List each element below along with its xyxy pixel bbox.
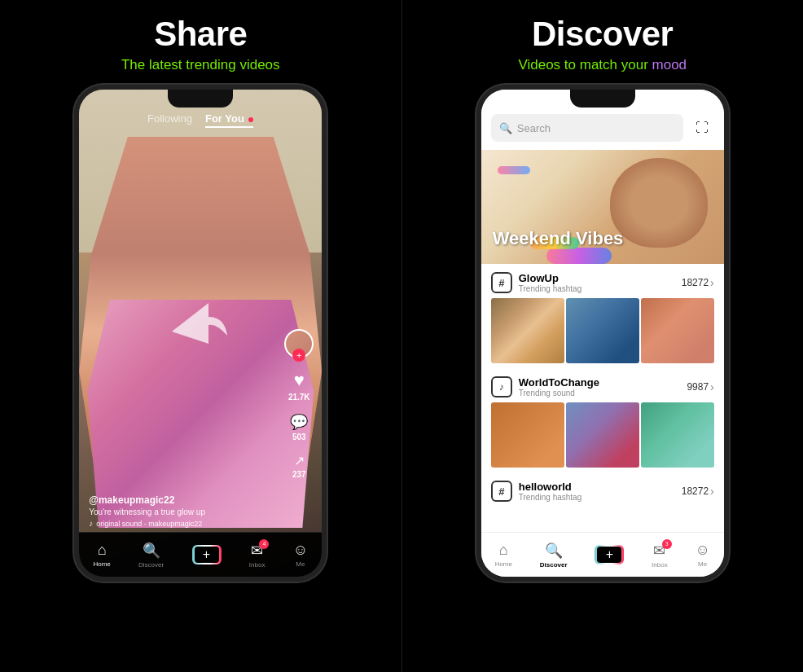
dnav-home-label: Home	[495, 560, 512, 568]
like-action[interactable]: ♥ 21.7K	[288, 370, 310, 402]
comment-icon: 💬	[290, 413, 308, 431]
right-panel: Discover Videos to match your mood 🔍 Sea…	[402, 0, 804, 672]
thumb-makeup[interactable]	[491, 298, 564, 363]
banner-swirl-3	[498, 166, 530, 174]
dnav-home[interactable]: ⌂ Home	[495, 542, 512, 568]
trending-count-2[interactable]: 9987	[687, 380, 713, 393]
dnav-home-icon: ⌂	[499, 542, 508, 559]
thumb-person1[interactable]	[566, 298, 639, 363]
left-subtitle-text: The latest trending	[121, 57, 240, 72]
dnav-discover[interactable]: 🔍 Discover	[540, 542, 568, 569]
banner-pancake	[610, 158, 708, 248]
trending-header-3: # helloworld Trending hashtag 18272	[491, 481, 714, 502]
trending-left-3: # helloworld Trending hashtag	[491, 481, 581, 502]
discover-nav: ⌂ Home 🔍 Discover + ✉ 3 Inbox	[481, 532, 724, 577]
video-topbar: Following For You	[79, 112, 322, 128]
right-subtitle-text: Videos to match your	[518, 57, 652, 72]
nav-inbox[interactable]: ✉ 4 Inbox	[249, 542, 265, 569]
search-placeholder: Search	[517, 122, 551, 134]
thumbnail-grid-1	[491, 298, 714, 363]
hashtag-icon-3: #	[491, 481, 512, 502]
banner-swirl-1	[546, 248, 612, 264]
discover-screen: 🔍 Search ⛶ Weekend Vibes #	[481, 90, 724, 577]
nav-add[interactable]: +	[192, 545, 222, 564]
trending-section-3: # helloworld Trending hashtag 18272	[481, 472, 724, 512]
video-info: @makeupmagic22 You're witnessing a true …	[89, 494, 273, 528]
dnav-discover-icon: 🔍	[545, 542, 563, 560]
following-tab[interactable]: Following	[147, 112, 192, 128]
right-subtitle: Videos to match your mood	[518, 57, 687, 73]
home-label: Home	[93, 560, 110, 568]
right-title: Discover	[532, 15, 673, 54]
comment-action[interactable]: 💬 503	[290, 413, 308, 441]
share-action[interactable]: ↗ 237	[292, 453, 306, 479]
left-subtitle: The latest trending videos	[121, 57, 280, 73]
fullscreen-button[interactable]: ⛶	[690, 116, 714, 140]
thumb-sport[interactable]	[491, 402, 564, 468]
search-icon: 🔍	[499, 122, 512, 134]
creator-avatar[interactable]	[284, 329, 314, 358]
video-sound: ♪ original sound - makeupmagic22	[89, 519, 273, 528]
dnav-add-button[interactable]: +	[595, 545, 624, 564]
add-button[interactable]: +	[192, 545, 222, 564]
left-title: Share	[154, 15, 247, 54]
trending-info-2: WorldToChange Trending sound	[519, 376, 599, 397]
thumb-person2[interactable]	[641, 298, 714, 363]
thumb-dance[interactable]	[566, 402, 639, 468]
banner-title: Weekend Vibes	[493, 228, 624, 249]
phone-notch-right	[570, 90, 635, 108]
like-count: 21.7K	[288, 393, 310, 402]
left-subtitle-highlight: videos	[239, 57, 279, 72]
dnav-add[interactable]: +	[595, 545, 624, 564]
dnav-inbox-badge: 3	[662, 539, 672, 549]
trending-count-3[interactable]: 18272	[682, 485, 714, 498]
hashtag-icon-1: #	[491, 272, 512, 293]
nav-home[interactable]: ⌂ Home	[93, 542, 110, 568]
music-icon-2: ♪	[491, 376, 512, 397]
dnav-profile-icon: ☺	[695, 542, 709, 559]
trending-name-1: GlowUp	[519, 272, 581, 284]
video-description: You're witnessing a true glow up	[89, 507, 273, 516]
trending-section-2: ♪ WorldToChange Trending sound 9987	[481, 368, 724, 472]
trending-count-1[interactable]: 18272	[682, 276, 714, 289]
inbox-badge: 4	[259, 539, 269, 549]
trending-info-1: GlowUp Trending hashtag	[519, 272, 581, 293]
inbox-label: Inbox	[249, 561, 265, 569]
for-you-tab[interactable]: For You	[205, 112, 254, 128]
thumbnail-grid-2	[491, 402, 714, 468]
trending-header-2: ♪ WorldToChange Trending sound 9987	[491, 376, 714, 397]
nav-discover[interactable]: 🔍 Discover	[138, 542, 164, 569]
discover-icon: 🔍	[143, 542, 160, 560]
comment-count: 503	[292, 433, 306, 441]
music-note-icon: ♪	[89, 519, 93, 528]
share-icon: ↗	[294, 453, 305, 468]
trending-header-1: # GlowUp Trending hashtag 18272	[491, 272, 714, 293]
trending-left-2: ♪ WorldToChange Trending sound	[491, 376, 599, 397]
home-icon: ⌂	[98, 542, 107, 559]
video-background: Following For You ♥ 21.7K	[79, 90, 322, 577]
me-label: Me	[296, 560, 305, 568]
share-icon-overlay	[164, 299, 237, 367]
dnav-me[interactable]: ☺ Me	[695, 542, 709, 568]
dnav-me-label: Me	[698, 560, 707, 568]
thumb-outdoor[interactable]	[641, 402, 714, 468]
phone-notch-left	[168, 90, 233, 108]
trending-name-2: WorldToChange	[519, 376, 599, 389]
trending-type-1: Trending hashtag	[519, 284, 581, 293]
trending-left-1: # GlowUp Trending hashtag	[491, 272, 581, 293]
trending-section-1: # GlowUp Trending hashtag 18272	[481, 264, 724, 368]
dnav-inbox-label: Inbox	[652, 561, 668, 569]
left-panel: Share The latest trending videos Followi…	[0, 0, 402, 672]
search-input[interactable]: 🔍 Search	[491, 114, 683, 142]
nav-me[interactable]: ☺ Me	[293, 542, 308, 568]
left-phone-nav: ⌂ Home 🔍 Discover + ✉ 4 Inbox	[79, 532, 322, 577]
dnav-add-icon: +	[597, 547, 621, 563]
trending-info-3: helloworld Trending hashtag	[519, 481, 581, 502]
trending-name-3: helloworld	[519, 481, 581, 493]
video-actions: ♥ 21.7K 💬 503 ↗ 237	[284, 329, 314, 479]
trending-type-2: Trending sound	[519, 389, 599, 397]
dnav-inbox[interactable]: ✉ 3 Inbox	[652, 542, 668, 569]
discover-label: Discover	[138, 561, 164, 569]
profile-icon: ☺	[293, 542, 308, 559]
share-count: 237	[292, 470, 306, 479]
